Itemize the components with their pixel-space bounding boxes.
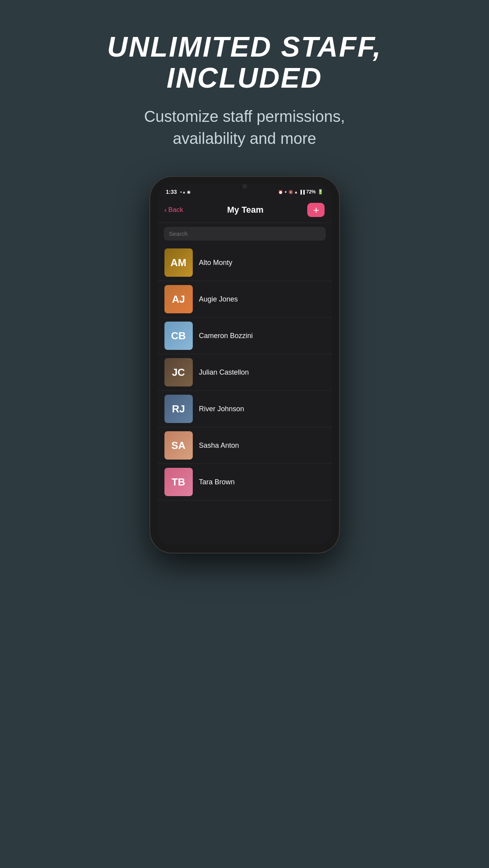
team-list-item[interactable]: TB Tara Brown <box>157 464 332 500</box>
member-avatar: JC <box>164 358 193 386</box>
app-header: ‹ Back My Team + <box>157 197 332 223</box>
team-list-item[interactable]: RJ River Johnson <box>157 391 332 427</box>
back-button[interactable]: ‹ Back <box>164 206 183 214</box>
status-time: 1:33 <box>166 189 177 195</box>
member-name: Tara Brown <box>199 478 235 486</box>
member-avatar: SA <box>164 431 193 460</box>
member-name: Julian Castellon <box>199 368 249 377</box>
team-list-item[interactable]: SA Sasha Anton <box>157 427 332 464</box>
status-left: 1:33 ▪ ▴ ◉ <box>166 189 191 195</box>
member-name: River Johnson <box>199 405 244 413</box>
team-list-item[interactable]: CB Cameron Bozzini <box>157 318 332 354</box>
member-name: Cameron Bozzini <box>199 332 253 340</box>
app-title: My Team <box>227 205 264 215</box>
phone-container: 1:33 ▪ ▴ ◉ ⏰ ✦ 🔇 ▲ ▐▐ 72% 🔋 ‹ Back My Te… <box>150 177 339 553</box>
team-list-item[interactable]: JC Julian Castellon <box>157 354 332 391</box>
status-right: ⏰ ✦ 🔇 ▲ ▐▐ 72% 🔋 <box>278 189 323 195</box>
phone-notch <box>242 184 247 189</box>
avatar-initials: SA <box>164 431 193 460</box>
phone-shell: 1:33 ▪ ▴ ◉ ⏰ ✦ 🔇 ▲ ▐▐ 72% 🔋 ‹ Back My Te… <box>150 177 339 553</box>
member-avatar: TB <box>164 468 193 496</box>
member-name: Augie Jones <box>199 295 238 303</box>
team-list: AM Alto Monty AJ Augie Jones CB Cameron … <box>157 245 332 500</box>
back-chevron-icon: ‹ <box>164 206 167 214</box>
member-avatar: CB <box>164 322 193 350</box>
battery-icon: 🔋 <box>317 189 323 195</box>
headline: UNLIMITED STAFF, INCLUDED <box>107 31 382 94</box>
search-bar <box>157 223 332 245</box>
back-label: Back <box>168 206 183 214</box>
subheadline: Customize staff permissions, availabilit… <box>107 105 382 149</box>
member-avatar: AJ <box>164 285 193 313</box>
search-input[interactable] <box>164 227 326 241</box>
status-left-icons: ▪ ▴ ◉ <box>181 189 191 195</box>
avatar-initials: TB <box>164 468 193 496</box>
battery-level: 72% <box>306 189 316 195</box>
avatar-initials: JC <box>164 358 193 386</box>
member-name: Sasha Anton <box>199 441 239 450</box>
status-right-icons: ⏰ ✦ 🔇 ▲ ▐▐ <box>278 190 304 194</box>
avatar-initials: CB <box>164 322 193 350</box>
avatar-initials: AJ <box>164 285 193 313</box>
avatar-initials: RJ <box>164 395 193 423</box>
add-team-member-button[interactable]: + <box>307 203 325 217</box>
team-list-item[interactable]: AM Alto Monty <box>157 245 332 281</box>
phone-screen: 1:33 ▪ ▴ ◉ ⏰ ✦ 🔇 ▲ ▐▐ 72% 🔋 ‹ Back My Te… <box>157 184 332 546</box>
member-avatar: RJ <box>164 395 193 423</box>
page-header: UNLIMITED STAFF, INCLUDED Customize staf… <box>107 0 382 165</box>
avatar-initials: AM <box>164 248 193 277</box>
member-name: Alto Monty <box>199 259 233 267</box>
member-avatar: AM <box>164 248 193 277</box>
team-list-item[interactable]: AJ Augie Jones <box>157 281 332 318</box>
